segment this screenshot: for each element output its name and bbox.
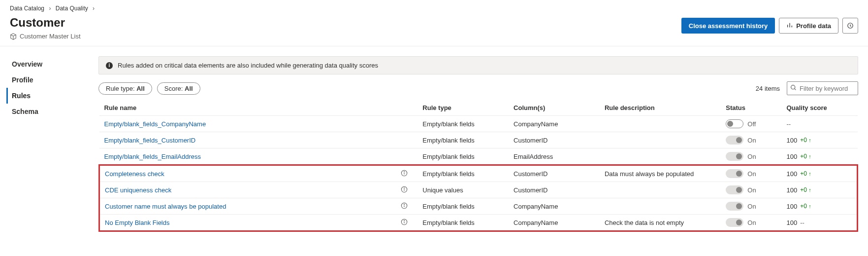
score-delta: +0 ↑ — [800, 153, 811, 160]
info-icon[interactable] — [400, 186, 408, 194]
breadcrumb-item[interactable]: Data Quality — [56, 5, 88, 12]
rule-type-filter[interactable]: Rule type: All — [98, 82, 152, 95]
rules-table: Rule name Rule type Column(s) Rule descr… — [98, 100, 858, 232]
col-header-cols[interactable]: Column(s) — [509, 100, 600, 116]
rule-name-link[interactable]: CDE uniqueness check — [105, 186, 171, 194]
cube-icon — [10, 33, 17, 40]
rule-description — [600, 132, 721, 148]
profile-data-button[interactable]: Profile data — [779, 18, 838, 34]
item-count: 24 items — [756, 85, 780, 92]
chevron-right-icon: › — [93, 5, 95, 12]
table-row: Empty/blank_fields_EmailAddressEmpty/bla… — [99, 148, 858, 165]
table-row: CDE uniqueness checkUnique valuesCustome… — [99, 182, 858, 198]
bar-chart-icon — [786, 22, 793, 30]
score-value: -- — [786, 120, 791, 128]
status-label: On — [747, 153, 756, 160]
info-icon[interactable] — [400, 219, 408, 227]
search-input[interactable] — [787, 81, 858, 95]
table-row: No Empty Blank FieldsEmpty/blank fieldsC… — [99, 215, 858, 231]
rule-columns: CompanyName — [509, 198, 600, 215]
status-toggle[interactable] — [726, 202, 743, 211]
rule-columns: CompanyName — [509, 215, 600, 231]
rule-description — [600, 182, 721, 198]
status-toggle[interactable] — [726, 218, 743, 227]
svg-point-17 — [404, 220, 404, 220]
search-icon — [790, 84, 797, 92]
score-value: 100 — [786, 137, 797, 144]
banner-text: Rules added on critical data elements ar… — [118, 62, 378, 69]
rule-columns: CustomerID — [509, 132, 600, 148]
table-row: Completeness checkEmpty/blank fieldsCust… — [99, 165, 858, 182]
score-value: 100 — [786, 153, 797, 160]
rule-type: Empty/blank fields — [418, 215, 509, 231]
rule-name-link[interactable]: Customer name must always be populated — [105, 203, 226, 210]
status-label: On — [747, 203, 756, 210]
status-label: On — [747, 170, 756, 178]
sidebar-item-schema[interactable]: Schema — [12, 104, 98, 119]
score-delta: +0 ↑ — [800, 203, 811, 210]
col-header-type[interactable]: Rule type — [418, 100, 509, 116]
info-banner: i Rules added on critical data elements … — [98, 56, 858, 74]
status-toggle[interactable] — [726, 136, 743, 145]
status-label: On — [747, 137, 756, 144]
close-assessment-history-button[interactable]: Close assessment history — [681, 18, 775, 34]
table-row: Customer name must always be populatedEm… — [99, 198, 858, 215]
col-header-score[interactable]: Quality score — [781, 100, 857, 116]
svg-point-4 — [791, 85, 795, 89]
sidebar-item-overview[interactable]: Overview — [12, 56, 98, 72]
breadcrumb: Data Catalog › Data Quality › — [10, 5, 858, 12]
search-field[interactable] — [797, 85, 855, 92]
sidebar: OverviewProfileRulesSchema — [0, 46, 98, 232]
score-value: 100 — [786, 186, 797, 194]
table-row: Empty/blank_fields_CompanyNameEmpty/blan… — [99, 116, 858, 132]
content-area: i Rules added on critical data elements … — [98, 46, 868, 232]
svg-line-5 — [795, 89, 796, 90]
rule-description: Check the data is not empty — [600, 215, 721, 231]
rule-description — [600, 116, 721, 132]
svg-point-8 — [404, 171, 404, 172]
rule-description: Data must always be populated — [600, 165, 721, 182]
rule-name-link[interactable]: No Empty Blank Fields — [105, 219, 170, 226]
col-header-name[interactable]: Rule name — [99, 100, 418, 116]
score-value: 100 — [786, 170, 797, 178]
profile-data-label: Profile data — [796, 22, 831, 30]
rule-columns: EmailAddress — [509, 148, 600, 165]
score-delta: +0 ↑ — [800, 170, 811, 177]
status-toggle[interactable] — [726, 169, 743, 178]
svg-point-14 — [404, 204, 404, 204]
info-icon[interactable] — [400, 202, 408, 211]
subtitle: Customer Master List — [20, 33, 81, 40]
status-toggle[interactable] — [726, 119, 743, 128]
rule-columns: CustomerID — [509, 182, 600, 198]
rule-type: Unique values — [418, 182, 509, 198]
col-header-desc[interactable]: Rule description — [600, 100, 721, 116]
rule-name-link[interactable]: Empty/blank_fields_CompanyName — [104, 120, 206, 128]
col-header-status[interactable]: Status — [721, 100, 781, 116]
rule-type: Empty/blank fields — [418, 198, 509, 215]
rule-type: Empty/blank fields — [418, 165, 509, 182]
status-toggle[interactable] — [726, 185, 743, 194]
info-icon[interactable] — [400, 170, 408, 178]
score-value: 100 — [786, 203, 797, 210]
sidebar-item-rules[interactable]: Rules — [6, 88, 98, 104]
score-filter[interactable]: Score: All — [157, 82, 200, 95]
rule-description — [600, 198, 721, 215]
rule-type: Empty/blank fields — [418, 132, 509, 148]
rule-columns: CustomerID — [509, 165, 600, 182]
score-delta: +0 ↑ — [800, 137, 811, 144]
rule-type: Empty/blank fields — [418, 116, 509, 132]
rule-name-link[interactable]: Empty/blank_fields_CustomerID — [104, 137, 196, 144]
status-toggle[interactable] — [726, 152, 743, 161]
status-label: Off — [747, 120, 756, 128]
sidebar-item-profile[interactable]: Profile — [12, 72, 98, 88]
page-title: Customer — [10, 16, 81, 30]
rule-description — [600, 148, 721, 165]
breadcrumb-item[interactable]: Data Catalog — [10, 5, 44, 12]
table-row: Empty/blank_fields_CustomerIDEmpty/blank… — [99, 132, 858, 148]
score-value: 100 — [786, 219, 797, 226]
score-delta: -- — [800, 219, 804, 226]
history-icon-button[interactable] — [842, 18, 858, 34]
rule-name-link[interactable]: Completeness check — [105, 170, 164, 178]
rule-name-link[interactable]: Empty/blank_fields_EmailAddress — [104, 153, 201, 160]
status-label: On — [747, 186, 756, 194]
